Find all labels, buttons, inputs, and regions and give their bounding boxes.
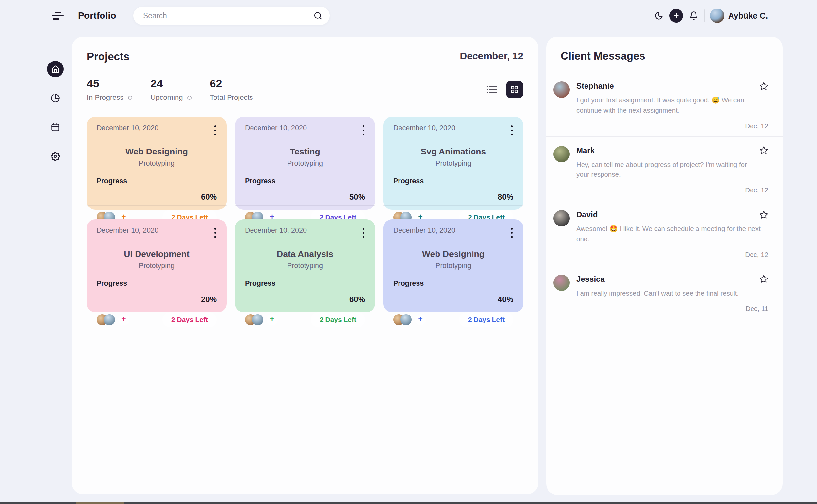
card-date: December 10, 2020	[97, 226, 158, 235]
stat-label: In Progress	[87, 93, 124, 102]
user-name[interactable]: Aybüke C.	[728, 11, 768, 21]
progress-percent: 60%	[97, 192, 217, 202]
list-view-toggle[interactable]	[486, 85, 498, 95]
sidebar-item-calendar[interactable]	[47, 119, 64, 135]
stat-ring-icon	[187, 96, 191, 100]
stat-value: 62	[210, 77, 253, 90]
project-card[interactable]: December 10, 2020 Web Designing Prototyp…	[383, 219, 523, 312]
pie-chart-icon	[51, 94, 60, 103]
card-subtitle: Prototyping	[97, 159, 217, 168]
user-avatar[interactable]	[710, 9, 724, 23]
add-member-button[interactable]: +	[266, 314, 278, 325]
divider	[235, 205, 375, 206]
stat-label: Upcoming	[151, 93, 183, 102]
kebab-menu-icon[interactable]	[362, 226, 365, 239]
card-title: Data Analysis	[245, 249, 365, 259]
member-avatar	[104, 314, 115, 325]
message-text: I got your first assignment. It was quit…	[576, 95, 761, 116]
project-card[interactable]: December 10, 2020 Data Analysis Prototyp…	[235, 219, 375, 312]
message-item[interactable]: Mark Hey, can tell me about progress of …	[546, 137, 783, 201]
progress-percent: 50%	[245, 192, 365, 202]
divider	[383, 308, 523, 308]
date-heading: December, 12	[460, 50, 523, 62]
stat-ring-icon	[128, 96, 132, 100]
home-icon	[51, 65, 60, 73]
search-input[interactable]	[133, 7, 330, 25]
progress-percent: 20%	[97, 295, 217, 304]
message-text: Hey, can tell me about progress of proje…	[576, 160, 761, 180]
kebab-menu-icon[interactable]	[362, 124, 365, 137]
star-icon[interactable]	[759, 82, 768, 91]
stat-in-progress: 45 In Progress	[87, 77, 132, 102]
stats-row: 45 In Progress 24 Upcoming 62 Total Proj…	[87, 77, 523, 102]
progress-percent: 80%	[393, 192, 514, 202]
message-item[interactable]: Stephanie I got your first assignment. I…	[546, 72, 783, 137]
client-messages-panel: Client Messages Stephanie I got your fir…	[546, 37, 783, 495]
progress-label: Progress	[245, 177, 365, 185]
page-title: Projects	[87, 50, 129, 63]
message-date: Dec, 12	[576, 122, 768, 130]
member-avatar	[252, 314, 263, 325]
add-member-button[interactable]: +	[415, 314, 426, 325]
message-item[interactable]: Jessica I am really impressed! Can't wai…	[546, 265, 783, 319]
card-title: Testing	[245, 147, 365, 157]
sender-avatar	[554, 146, 570, 162]
stat-total-projects: 62 Total Projects	[210, 77, 253, 102]
message-date: Dec, 11	[576, 305, 768, 313]
card-subtitle: Prototyping	[393, 262, 514, 270]
card-date: December 10, 2020	[97, 124, 158, 132]
card-date: December 10, 2020	[393, 226, 455, 235]
message-text: I am really impressed! Can't wait to see…	[576, 288, 761, 298]
calendar-icon	[51, 123, 60, 132]
sidebar-item-analytics[interactable]	[47, 90, 64, 106]
progress-label: Progress	[393, 177, 514, 185]
days-left-badge: 2 Days Left	[311, 312, 365, 327]
card-subtitle: Prototyping	[245, 262, 365, 270]
kebab-menu-icon[interactable]	[214, 226, 217, 239]
star-icon[interactable]	[759, 275, 768, 283]
add-new-button[interactable]	[669, 9, 683, 23]
card-subtitle: Prototyping	[245, 159, 365, 168]
search-bar	[133, 7, 330, 25]
kebab-menu-icon[interactable]	[511, 124, 514, 137]
sidebar-item-home[interactable]	[47, 61, 64, 77]
progress-label: Progress	[97, 177, 217, 185]
member-avatars: +	[245, 314, 278, 325]
card-title: Web Designing	[393, 249, 514, 259]
sender-name: Stephanie	[576, 81, 614, 91]
progress-percent: 40%	[393, 295, 514, 304]
project-card[interactable]: December 10, 2020 Testing Prototyping Pr…	[235, 117, 375, 210]
topbar-actions: Aybüke C.	[654, 9, 768, 23]
card-title: Web Designing	[97, 147, 217, 157]
member-avatars: +	[97, 314, 129, 325]
sender-name: David	[576, 210, 598, 219]
dark-mode-toggle[interactable]	[654, 11, 663, 20]
project-card[interactable]: December 10, 2020 Web Designing Prototyp…	[87, 117, 227, 210]
dashboard: Portfolio Aybüke C.	[0, 0, 817, 504]
sender-name: Mark	[576, 146, 595, 155]
card-title: UI Development	[97, 249, 217, 259]
card-subtitle: Prototyping	[97, 262, 217, 270]
menu-icon[interactable]	[52, 12, 64, 20]
search-icon[interactable]	[313, 11, 322, 20]
stat-upcoming: 24 Upcoming	[151, 77, 191, 102]
screen-edge-strip	[0, 502, 817, 504]
days-left-badge: 2 Days Left	[162, 312, 217, 327]
star-icon[interactable]	[759, 146, 768, 155]
sender-avatar	[554, 81, 570, 98]
kebab-menu-icon[interactable]	[511, 226, 514, 239]
sidebar-item-settings[interactable]	[47, 148, 64, 165]
screen-edge-strip-segment	[76, 502, 124, 504]
add-member-button[interactable]: +	[118, 314, 129, 325]
project-card[interactable]: December 10, 2020 UI Development Prototy…	[87, 219, 227, 312]
sidebar	[47, 61, 64, 165]
card-date: December 10, 2020	[393, 124, 455, 132]
sender-name: Jessica	[576, 275, 605, 284]
project-card[interactable]: December 10, 2020 Svg Animations Prototy…	[383, 117, 523, 210]
kebab-menu-icon[interactable]	[214, 124, 217, 137]
sender-avatar	[554, 275, 570, 291]
notifications-icon[interactable]	[689, 11, 698, 20]
message-item[interactable]: David Awesome! 🤩 I like it. We can sched…	[546, 201, 783, 265]
grid-view-toggle[interactable]	[506, 81, 523, 98]
star-icon[interactable]	[759, 210, 768, 219]
